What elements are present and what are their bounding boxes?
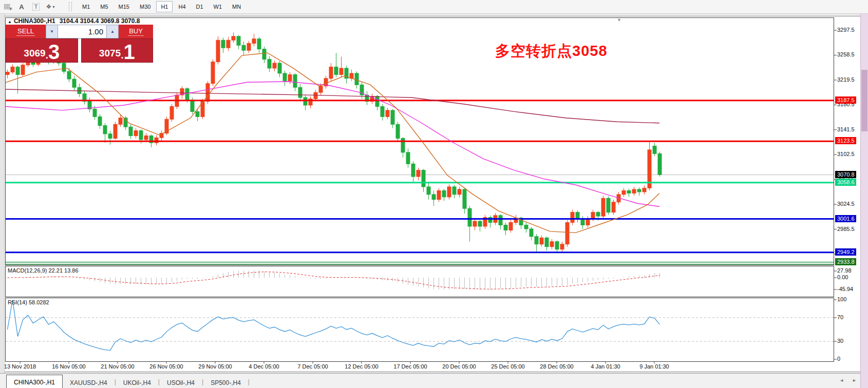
chart-tab-5[interactable]: SP500-,H4 — [203, 376, 248, 388]
timeframe-m30[interactable]: M30 — [135, 1, 155, 12]
volume-step-up-button[interactable]: ▲ — [106, 25, 119, 38]
chart-window: ▲CHINA300-,H13104.4 3104.4 3069.8 3070.8… — [4, 16, 861, 372]
sell-price-box[interactable]: 3069.3 — [6, 38, 78, 63]
time-tick-label: 20 Dec 05:00 — [435, 363, 484, 370]
price-tick-label: 3102.5 — [837, 151, 862, 157]
time-tick-label: 9 Jan 01:30 — [630, 363, 679, 370]
time-tick-label: 26 Nov 05:00 — [142, 363, 191, 370]
time-tick-label: 28 Dec 05:00 — [532, 363, 581, 370]
timeframe-m1[interactable]: M1 — [78, 1, 95, 12]
chevron-down-icon: ▾ — [52, 5, 54, 9]
timeframe-h1[interactable]: H1 — [156, 1, 173, 12]
triangle-up-icon: ▲ — [110, 29, 115, 34]
scrollbar-thumb[interactable] — [861, 70, 867, 131]
chart-tab-2[interactable]: XAUUSD-,H4 — [63, 376, 115, 388]
grid-f-icon[interactable]: F — [1, 2, 13, 12]
timeframe-h4[interactable]: H4 — [174, 1, 190, 12]
price-level-label: 3070.8 — [835, 171, 856, 178]
chart-tabs: CHINA300-,H1XAUUSD-,H4|UKOil-,H4|USOil-,… — [6, 374, 250, 388]
chart-tab-1[interactable]: CHINA300-,H1 — [6, 375, 63, 388]
font-icon[interactable]: A — [15, 2, 28, 12]
price-level-label: 3058.6 — [835, 179, 856, 186]
tab-scroll-left-icon[interactable]: ◄ — [839, 378, 844, 383]
shapes-icon[interactable]: ❖▾ — [44, 2, 56, 12]
time-tick-label: 13 Nov 2018 — [0, 363, 45, 370]
top-toolbar: F A T ❖▾ M1M5M15M30H1H4D1W1MN — [0, 0, 868, 14]
price-level-label: 2949.2 — [835, 248, 856, 256]
buy-button[interactable]: BUY — [119, 25, 153, 38]
price-level-label: 3187.5 — [835, 96, 856, 104]
time-tick-label: 25 Dec 05:00 — [483, 363, 533, 370]
timeframe-toolbar: M1M5M15M30H1H4D1W1MN — [77, 1, 246, 12]
vertical-scrollbar[interactable] — [860, 13, 868, 388]
indicator-scale-label: 0 — [837, 356, 840, 362]
time-tick-label: 16 Nov 05:00 — [44, 363, 93, 370]
price-tick-label: 3297.5 — [837, 27, 862, 33]
price-level-label: 2933.8 — [835, 258, 856, 265]
time-tick-label: 21 Nov 05:00 — [93, 363, 142, 370]
text-label-icon[interactable]: T — [30, 2, 42, 12]
left-splitter[interactable] — [0, 13, 5, 388]
scroll-to-end-icon[interactable]: ▼ — [617, 17, 621, 23]
sell-price-main: 3069 — [24, 46, 45, 61]
ohlc-values: 3104.4 3104.4 3069.8 3070.8 — [60, 17, 140, 25]
timeframe-mn[interactable]: MN — [228, 1, 246, 12]
chart-tab-3[interactable]: UKOil-,H4 — [116, 376, 158, 388]
rsi-indicator-label: RSI(14) 58.0282 — [8, 299, 49, 305]
buy-price-main: 3075 — [99, 46, 121, 61]
indicator-scale-label: -45.94 — [837, 286, 853, 292]
indicator-scale-label: 100 — [837, 296, 846, 302]
timeframe-m5[interactable]: M5 — [96, 1, 112, 12]
time-tick-label: 29 Nov 05:00 — [191, 363, 240, 370]
tab-separator: | — [248, 378, 250, 385]
grid-f-letter: F — [10, 7, 12, 11]
indicator-scale-label: 27.98 — [837, 267, 852, 274]
terminal-screen: F A T ❖▾ M1M5M15M30H1H4D1W1MN ▲CHINA300-… — [0, 0, 868, 388]
time-tick-label: 4 Dec 05:00 — [239, 363, 289, 370]
shapes-glyph: ❖ — [46, 3, 52, 10]
indicator-scale-label: 30 — [837, 338, 843, 344]
timeframe-d1[interactable]: D1 — [192, 1, 208, 12]
sell-button[interactable]: SELL — [6, 25, 46, 38]
toolbar-drag-handle[interactable] — [69, 2, 72, 11]
buy-label: BUY — [128, 27, 144, 36]
price-level-label: 3123.5 — [835, 137, 856, 144]
volume-input[interactable] — [58, 25, 106, 38]
timeframe-m15[interactable]: M15 — [114, 1, 134, 12]
timeframe-w1[interactable]: W1 — [209, 1, 227, 12]
chart-annotation-text: 多空转折点3058 — [495, 41, 608, 62]
volume-step-down-button[interactable]: ▼ — [46, 25, 58, 38]
text-letter: T — [32, 3, 40, 11]
triangle-down-icon: ▼ — [50, 29, 54, 34]
price-tick-label: 3258.5 — [837, 51, 862, 57]
trade-panel-top-row: SELL ▼ ▲ BUY — [6, 25, 153, 38]
price-tick-label: 2985.5 — [837, 226, 862, 232]
time-tick-label: 7 Dec 05:00 — [288, 363, 337, 370]
symbol-title: CHINA300-,H1 — [14, 17, 55, 25]
sell-price-pips: 3 — [48, 43, 60, 61]
buy-price-box[interactable]: 3075.1 — [81, 38, 154, 63]
price-tick-label: 3219.5 — [837, 76, 862, 83]
price-tick-label: 3024.5 — [837, 201, 862, 207]
chart-tab-4[interactable]: USOil-,H4 — [160, 376, 202, 388]
chart-tab-bar: CHINA300-,H1XAUUSD-,H4|UKOil-,H4|USOil-,… — [0, 373, 861, 388]
tab-scroll-right-icon[interactable]: ► — [852, 378, 857, 383]
trade-panel-prices: 3069.3 3075.1 — [6, 38, 153, 63]
time-tick-label: 12 Dec 05:00 — [337, 363, 386, 370]
time-tick-label: 4 Jan 01:30 — [581, 363, 630, 370]
price-level-label: 3001.6 — [835, 215, 856, 222]
tab-nav: ◄ ► — [839, 378, 857, 383]
indicator-scale-label: 70 — [837, 314, 843, 320]
one-click-trade-panel: SELL ▼ ▲ BUY 3069.3 3075.1 — [6, 25, 153, 79]
collapse-arrow-icon[interactable]: ▲ — [8, 20, 12, 24]
macd-indicator-label: MACD(12,26,9) 22.21 13.86 — [8, 267, 79, 274]
indicator-scale-label: 0.00 — [837, 274, 848, 280]
sell-label: SELL — [16, 27, 35, 36]
chart-title: ▲CHINA300-,H13104.4 3104.4 3069.8 3070.8 — [8, 17, 140, 25]
price-tick-label: 3141.5 — [837, 126, 862, 132]
font-letter: A — [19, 3, 24, 11]
time-tick-label: 17 Dec 05:00 — [386, 363, 435, 370]
buy-price-pips: 1 — [123, 43, 135, 61]
